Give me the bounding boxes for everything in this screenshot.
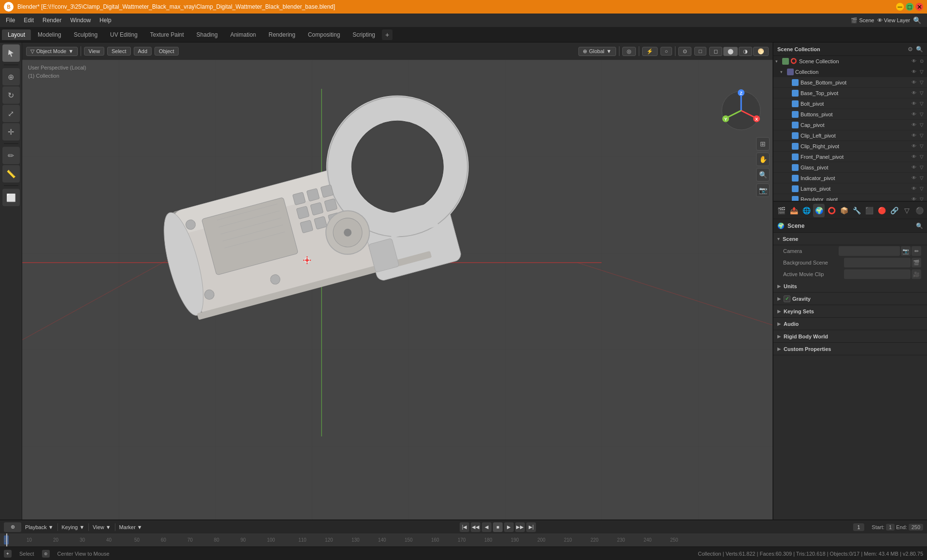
tab-compositing[interactable]: Compositing — [302, 29, 346, 40]
maximize-button[interactable]: □ — [906, 3, 913, 11]
keying-menu[interactable]: Keying ▼ — [62, 524, 85, 530]
tab-rendering[interactable]: Rendering — [263, 29, 301, 40]
viewport[interactable]: ▽ Object Mode ▼ View Select Add Object ⊕… — [22, 42, 772, 519]
section-gravity[interactable]: ▶ ✓ Gravity — [773, 293, 927, 305]
section-rigid-body[interactable]: ▶ Rigid Body World — [773, 330, 927, 343]
select-restrict-icon[interactable]: ⊙ — [918, 58, 925, 65]
search-icon[interactable]: 🔍 — [913, 16, 921, 24]
move-tool[interactable]: ⊕ — [2, 68, 20, 85]
outliner-item-buttons[interactable]: Buttons_pivot 👁 ▽ — [773, 109, 927, 120]
mode-selector[interactable]: ▽ Object Mode ▼ — [26, 47, 78, 56]
minimize-button[interactable]: ─ — [896, 3, 904, 11]
annotate-tool[interactable]: ✏ — [2, 147, 20, 164]
outliner-item-bolt[interactable]: Bolt_pivot 👁 ▽ — [773, 98, 927, 109]
jump-start-btn[interactable]: |◀ — [460, 522, 469, 532]
search-outliner[interactable]: 🔍 — [916, 46, 923, 53]
add-workspace-button[interactable]: + — [382, 29, 393, 40]
render-props-icon[interactable]: 🎬 — [775, 204, 787, 217]
outliner-collection[interactable]: ▾ Collection 👁 ▽ — [773, 67, 927, 77]
select-tool[interactable] — [2, 44, 20, 62]
exclude-icon[interactable]: 👁 — [911, 58, 917, 65]
menu-edit[interactable]: Edit — [20, 15, 38, 25]
add-menu[interactable]: Add — [134, 47, 152, 56]
current-frame-input[interactable]: 1 — [853, 523, 864, 531]
section-custom-props[interactable]: ▶ Custom Properties — [773, 343, 927, 355]
viewlayer-selector[interactable]: 👁 View Layer — [877, 17, 910, 23]
scene-props-icon[interactable]: 🌍 — [813, 204, 825, 217]
timeline-body[interactable]: 1 10 20 30 40 50 60 70 80 90 100 110 120… — [0, 533, 927, 546]
view-menu-tl[interactable]: View ▼ — [93, 524, 111, 530]
end-input[interactable]: 250 — [909, 524, 923, 531]
particles-icon[interactable]: ⬛ — [863, 204, 875, 217]
timeline-mode-btn[interactable]: ⊕ — [4, 522, 21, 532]
object-props-icon[interactable]: 📦 — [838, 204, 850, 217]
jump-end-btn[interactable]: ▶| — [526, 522, 536, 532]
solid-shading[interactable]: ⬤ — [723, 47, 738, 56]
section-units[interactable]: ▶ Units — [773, 280, 927, 293]
step-forward-btn[interactable]: ▶▶ — [515, 522, 525, 532]
pivot-btn[interactable]: ◎ — [622, 47, 636, 56]
constraints-icon[interactable]: 🔗 — [888, 204, 900, 217]
viewport-camera-icon[interactable]: 📷 — [756, 183, 770, 197]
play-btn[interactable]: ▶ — [504, 522, 514, 532]
material-shading[interactable]: ◑ — [739, 47, 752, 56]
tab-layout[interactable]: Layout — [2, 29, 31, 40]
output-props-icon[interactable]: 📤 — [788, 204, 800, 217]
navigation-gizmo[interactable]: Z X Y — [719, 89, 763, 132]
section-scene[interactable]: ▾ Scene — [773, 233, 927, 245]
add-cube-tool[interactable]: ⬜ — [2, 189, 20, 206]
props-search[interactable]: 🔍 — [916, 223, 923, 229]
physics-icon[interactable]: 🔴 — [876, 204, 887, 217]
menu-help[interactable]: Help — [96, 15, 115, 25]
scene-canvas[interactable]: Z X Y — [22, 60, 772, 519]
outliner-item-lamps[interactable]: Lamps_pivot 👁 ▽ — [773, 183, 927, 194]
transform-tool[interactable]: ✛ — [2, 123, 20, 140]
bg-pick-icon[interactable]: 🎬 — [912, 258, 921, 267]
view-layer-icon[interactable]: 🌐 — [801, 204, 812, 217]
viewport-move-view-icon[interactable]: ✋ — [756, 153, 770, 166]
tab-texture-paint[interactable]: Texture Paint — [144, 29, 190, 40]
outliner-item-indicator[interactable]: Indicator_pivot 👁 ▽ — [773, 173, 927, 183]
menu-render[interactable]: Render — [39, 15, 65, 25]
viewport-zoom-icon[interactable]: 🔍 — [756, 168, 770, 182]
menu-window[interactable]: Window — [66, 15, 95, 25]
view-menu[interactable]: View — [84, 47, 104, 56]
movie-clip-value[interactable] — [844, 269, 911, 279]
menu-file[interactable]: File — [2, 15, 19, 25]
gravity-checkbox[interactable]: ✓ — [784, 295, 790, 302]
outliner-item-regulator[interactable]: Regulator_pivot 👁 ▽ — [773, 194, 927, 201]
section-audio[interactable]: ▶ Audio — [773, 318, 927, 330]
outliner-item-base-top[interactable]: Base_Top_pivot 👁 ▽ — [773, 88, 927, 98]
restrict-icon[interactable]: ▽ — [918, 69, 925, 75]
camera-pick-icon[interactable]: 📷 — [901, 246, 911, 256]
tab-uv-editing[interactable]: UV Editing — [104, 29, 143, 40]
marker-menu[interactable]: Marker ▼ — [119, 524, 142, 530]
render-shading[interactable]: 🌕 — [753, 47, 769, 56]
outliner-item-clip-right[interactable]: Clip_Right_pivot 👁 ▽ — [773, 141, 927, 152]
camera-edit-icon[interactable]: ✏ — [912, 246, 921, 256]
outliner-item-clip-left[interactable]: Clip_Left_pivot 👁 ▽ — [773, 130, 927, 141]
data-props-icon[interactable]: ▽ — [901, 204, 913, 217]
tab-modeling[interactable]: Modeling — [32, 29, 67, 40]
scene-selector[interactable]: 🎬 Scene — [851, 17, 874, 24]
outliner-item-front-panel[interactable]: Front_Panel_pivot 👁 ▽ — [773, 152, 927, 162]
playback-menu[interactable]: Playback ▼ — [25, 524, 54, 530]
tab-animation[interactable]: Animation — [225, 29, 262, 40]
outliner-scene-collection[interactable]: ▾ ⭕ Scene Collection 👁 ⊙ — [773, 56, 927, 67]
xray-btn[interactable]: □ — [694, 47, 706, 56]
scale-tool[interactable]: ⤢ — [2, 105, 20, 122]
object-menu[interactable]: Object — [154, 47, 179, 56]
modifier-props-icon[interactable]: 🔧 — [851, 204, 862, 217]
bg-scene-value[interactable] — [844, 258, 911, 267]
step-back-btn[interactable]: ◀◀ — [471, 522, 480, 532]
close-button[interactable]: ✕ — [915, 3, 923, 11]
camera-value[interactable] — [839, 246, 900, 256]
overlay-btn[interactable]: ⊙ — [678, 47, 691, 56]
outliner-item-base-bottom[interactable]: Base_Bottom_pivot 👁 ▽ — [773, 77, 927, 88]
clip-pick-icon[interactable]: 🎥 — [912, 269, 921, 279]
tab-sculpting[interactable]: Sculpting — [68, 29, 103, 40]
measure-tool[interactable]: 📏 — [2, 165, 20, 182]
snap-magnet[interactable]: ⚡ — [642, 47, 658, 56]
select-menu[interactable]: Select — [107, 47, 131, 56]
tab-shading[interactable]: Shading — [191, 29, 224, 40]
